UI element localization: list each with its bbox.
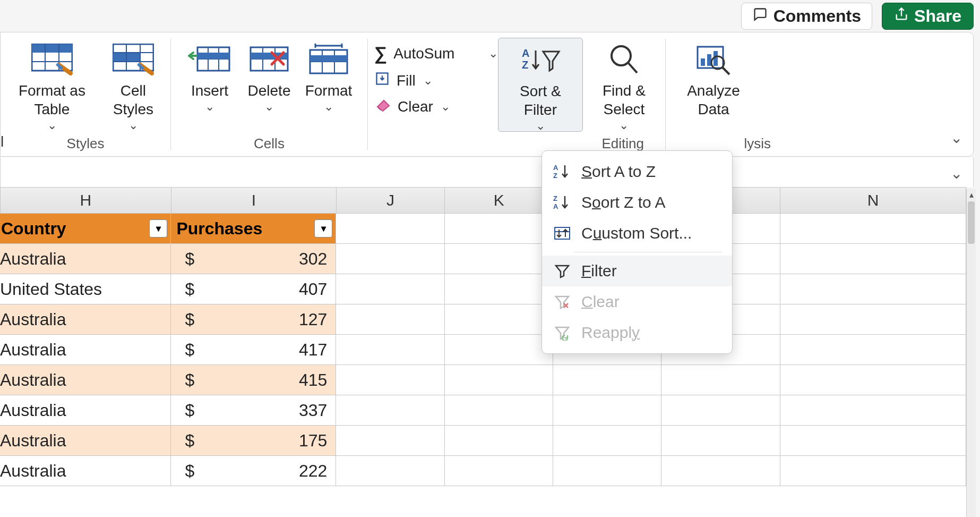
table-header-country[interactable]: Country▾ <box>0 214 171 244</box>
cell-country[interactable]: Australia <box>0 426 171 456</box>
menu-item-clear-filter: Clear <box>542 286 732 317</box>
share-button[interactable]: Share <box>882 3 974 30</box>
cell[interactable] <box>336 426 444 456</box>
format-cells-button[interactable]: Format ⌄ <box>305 38 353 110</box>
cell[interactable] <box>336 244 444 274</box>
cell-purchases[interactable]: $222 <box>171 456 336 486</box>
svg-rect-44 <box>555 227 570 239</box>
ribbon-group-analysis: Analyze Data lysis <box>666 32 761 156</box>
cell[interactable] <box>553 395 661 426</box>
magnifier-icon <box>607 41 640 78</box>
menu-item-filter[interactable]: Filter <box>542 256 732 286</box>
cell[interactable] <box>336 304 444 335</box>
cell-purchases[interactable]: $337 <box>171 395 336 426</box>
cell-country[interactable]: Australia <box>0 456 171 486</box>
cell-purchases[interactable]: $127 <box>171 304 336 335</box>
scroll-up-icon[interactable]: ▴ <box>967 189 976 200</box>
column-header[interactable]: I <box>171 187 337 214</box>
cell[interactable] <box>661 426 780 456</box>
menu-item-custom-sort[interactable]: Cuustom Sort... <box>542 218 732 249</box>
svg-rect-15 <box>197 53 229 59</box>
cell-country[interactable]: Australia <box>0 365 171 395</box>
cell[interactable] <box>780 335 966 365</box>
ribbon-collapse-button[interactable]: ⌄ <box>950 129 962 147</box>
column-header[interactable]: N <box>780 187 966 214</box>
cell[interactable] <box>780 426 966 456</box>
cell[interactable] <box>780 304 966 335</box>
fill-button[interactable]: Fill ⌄ <box>374 71 498 90</box>
cell[interactable] <box>445 426 553 456</box>
column-headers[interactable]: HIJKLMN <box>0 187 966 214</box>
cell-country[interactable]: Australia <box>0 395 171 426</box>
column-header[interactable]: H <box>0 187 171 214</box>
format-as-table-icon <box>31 41 73 78</box>
scroll-thumb[interactable] <box>968 201 975 244</box>
fill-down-icon <box>374 71 390 90</box>
insert-cells-button[interactable]: Insert ⌄ <box>186 38 234 110</box>
spreadsheet-grid[interactable]: HIJKLMN Country▾Purchases▾Australia$302U… <box>0 187 966 517</box>
cell[interactable] <box>336 214 444 244</box>
cell[interactable] <box>553 426 661 456</box>
clear-button[interactable]: Clear ⌄ <box>374 97 498 116</box>
cell-purchases[interactable]: $175 <box>171 426 336 456</box>
format-as-table-button[interactable]: Format as Table ⌄ <box>10 38 94 129</box>
formula-bar[interactable]: ⌄ <box>0 157 974 187</box>
cell[interactable] <box>445 274 553 304</box>
cell-country[interactable]: Australia <box>0 304 171 335</box>
cell[interactable] <box>336 274 444 304</box>
vertical-scrollbar[interactable]: ▴ <box>966 189 976 517</box>
cell[interactable] <box>336 395 444 426</box>
menu-label: Cuustom Sort... <box>581 224 692 242</box>
autosum-label: AutoSum <box>393 45 454 62</box>
cell-styles-icon <box>113 41 154 78</box>
filter-toggle[interactable]: ▾ <box>314 219 332 238</box>
cell[interactable] <box>445 395 553 426</box>
cell[interactable] <box>445 456 553 486</box>
cell[interactable] <box>445 214 553 244</box>
autosum-button[interactable]: ∑ AutoSum ⌄ <box>374 43 498 64</box>
menu-item-sort-za[interactable]: ZA Soort Z to A <box>542 187 732 218</box>
menu-item-sort-az[interactable]: AZ Sort A to Z <box>542 156 732 187</box>
svg-rect-35 <box>701 58 705 66</box>
cell-country[interactable]: Australia <box>0 335 171 365</box>
svg-rect-37 <box>713 51 718 66</box>
cell[interactable] <box>445 365 553 395</box>
cell[interactable] <box>336 456 444 486</box>
analyze-data-button[interactable]: Analyze Data <box>675 38 752 118</box>
cell[interactable] <box>780 365 966 395</box>
cell[interactable] <box>780 395 966 426</box>
cell[interactable] <box>445 304 553 335</box>
cell-country[interactable]: Australia <box>0 244 171 274</box>
column-header[interactable]: J <box>337 187 445 214</box>
menu-label: Sort A to Z <box>581 163 656 181</box>
delete-cells-button[interactable]: Delete ⌄ <box>245 38 293 110</box>
formula-bar-expand-icon[interactable]: ⌄ <box>950 165 962 182</box>
cell[interactable] <box>780 274 966 304</box>
cell[interactable] <box>336 335 444 365</box>
table-header-purchases[interactable]: Purchases▾ <box>171 214 336 244</box>
cell[interactable] <box>553 456 661 486</box>
comments-button[interactable]: Comments <box>741 3 872 30</box>
column-header[interactable]: K <box>445 187 553 214</box>
find-select-button[interactable]: Find & Select ⌄ <box>583 38 665 129</box>
cell[interactable] <box>780 214 966 244</box>
cell-purchases[interactable]: $407 <box>171 274 336 304</box>
cell-purchases[interactable]: $415 <box>171 365 336 395</box>
cell-purchases[interactable]: $302 <box>171 244 336 274</box>
cell[interactable] <box>661 395 780 426</box>
cell[interactable] <box>445 244 553 274</box>
cell[interactable] <box>780 244 966 274</box>
clear-label: Clear <box>398 98 433 115</box>
cell[interactable] <box>553 365 661 395</box>
cell[interactable] <box>661 365 780 395</box>
cell-country[interactable]: United States <box>0 274 171 304</box>
cell[interactable] <box>780 456 966 486</box>
cell[interactable] <box>661 456 780 486</box>
cell[interactable] <box>336 365 444 395</box>
cell-styles-button[interactable]: Cell Styles ⌄ <box>106 38 161 129</box>
sort-filter-button[interactable]: AZ Sort & Filter ⌄ <box>498 38 583 132</box>
filter-toggle[interactable]: ▾ <box>149 219 167 238</box>
menu-item-reapply: Reapply <box>542 317 732 348</box>
cell[interactable] <box>445 335 553 365</box>
cell-purchases[interactable]: $417 <box>171 335 336 365</box>
